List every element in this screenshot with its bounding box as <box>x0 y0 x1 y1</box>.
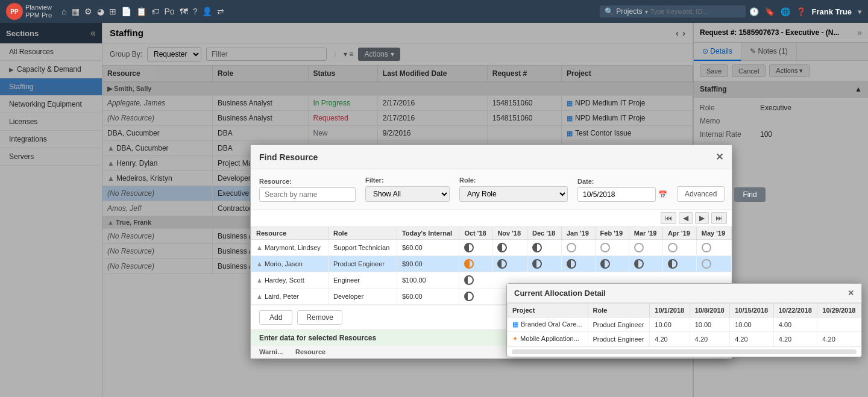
col-dec18[interactable]: Dec '18 <box>527 227 561 240</box>
alloc-detail-row[interactable]: ✦Mobile Application... Product Engineer … <box>508 332 861 346</box>
d4-cell: 4.20 <box>773 332 817 346</box>
home-icon[interactable]: ⌂ <box>61 7 66 16</box>
project-cell: ✦Mobile Application... <box>508 332 588 346</box>
d1-cell: 4.20 <box>650 332 690 346</box>
alloc-feb <box>595 240 629 256</box>
resource-name: ▲Hardey, Scott <box>251 272 329 289</box>
resource-internal: $60.00 <box>397 289 459 305</box>
col-d2[interactable]: 10/8/2018 <box>690 304 729 317</box>
col-d3[interactable]: 10/15/2018 <box>730 304 774 317</box>
alloc-detail-popup: Current Allocation Detail ✕ Project Role… <box>506 283 862 357</box>
resource-internal: $90.00 <box>397 256 459 272</box>
projects-label[interactable]: Projects <box>616 7 642 16</box>
table-icon[interactable]: ▦ <box>72 7 80 16</box>
nav-next-button[interactable]: ▶ <box>695 212 709 224</box>
search-input[interactable] <box>650 8 741 15</box>
resource-role: Developer <box>328 289 397 305</box>
dropdown-icon[interactable]: ▾ <box>645 8 648 15</box>
resource-row[interactable]: ▲Marymont, Lindsey Support Technician $6… <box>251 240 732 256</box>
user-dropdown-icon[interactable]: ▾ <box>858 7 862 16</box>
alloc-detail-row[interactable]: ▦Branded Oral Care... Product Engineer 1… <box>508 317 861 332</box>
resource-input[interactable] <box>259 187 356 202</box>
col-d4[interactable]: 10/22/2018 <box>773 304 817 317</box>
dialog-search-bar: Resource: Filter: Show All Available Una… <box>251 169 732 210</box>
nav-icons: ⌂ ▦ ⚙ ◕ ⊞ 📄 📋 🏷 Po 🗺 ? 👤 ⇄ <box>61 7 596 16</box>
col-nov18[interactable]: Nov '18 <box>492 227 527 240</box>
po-icon[interactable]: Po <box>165 7 175 16</box>
clock-icon[interactable]: 🕐 <box>749 7 759 16</box>
app-logo[interactable]: PP Planview PPM Pro <box>6 3 52 20</box>
doc2-icon[interactable]: 📋 <box>136 7 146 16</box>
resource-row-selected[interactable]: ▲Morio, Jason Product Engineer $90.00 <box>251 256 732 272</box>
resource-role: Product Engineer <box>328 256 397 272</box>
alloc-oct <box>459 240 492 256</box>
chart-icon[interactable]: ◕ <box>97 7 104 16</box>
find-button[interactable]: Find <box>734 187 765 202</box>
profile-icon[interactable]: 👤 <box>202 7 212 16</box>
col-resource[interactable]: Resource <box>251 227 329 240</box>
role-cell: Product Engineer <box>588 317 650 332</box>
alloc-nov <box>492 240 527 256</box>
nav-prev-button[interactable]: ◀ <box>679 212 693 224</box>
alloc-detail-footer <box>507 346 861 357</box>
resource-field: Resource: <box>259 178 356 202</box>
bookmark-icon[interactable]: 🔖 <box>765 7 775 16</box>
alloc-feb <box>595 256 629 272</box>
alloc-apr <box>663 240 697 256</box>
role-label: Role: <box>459 177 568 184</box>
col-d5[interactable]: 10/29/2018 <box>817 304 861 317</box>
advanced-button[interactable]: Advanced <box>677 186 725 202</box>
role-select[interactable]: Any Role <box>459 186 568 202</box>
filter-select[interactable]: Show All Available Unavailable <box>365 186 450 202</box>
alloc-detail-close-button[interactable]: ✕ <box>848 289 854 298</box>
col-role[interactable]: Role <box>328 227 397 240</box>
col-today-internal[interactable]: Today's Internal <box>397 227 459 240</box>
remove-button[interactable]: Remove <box>297 310 342 325</box>
help-icon[interactable]: ❓ <box>796 7 806 16</box>
nav-first-button[interactable]: ⏮ <box>661 212 676 224</box>
dialog-close-button[interactable]: ✕ <box>715 151 723 163</box>
col-role[interactable]: Role <box>588 304 650 317</box>
resource-name: ▲Laird, Peter <box>251 289 329 305</box>
question-icon[interactable]: ? <box>193 7 198 16</box>
col-may19[interactable]: May '19 <box>696 227 731 240</box>
logo-text: Planview PPM Pro <box>25 4 52 19</box>
filter-field: Filter: Show All Available Unavailable <box>365 177 450 202</box>
col-warn-header: Warni... <box>259 348 295 355</box>
alloc-detail-header: Current Allocation Detail ✕ <box>507 284 861 303</box>
search-icon: 🔍 <box>605 7 614 16</box>
date-label: Date: <box>577 178 667 185</box>
resource-name: ▲Marymont, Lindsey <box>251 240 329 256</box>
globe-icon[interactable]: 🌐 <box>781 7 790 16</box>
date-field: Date: 📅 <box>577 178 667 202</box>
shuffle-icon[interactable]: ⇄ <box>217 7 224 16</box>
col-d1[interactable]: 10/1/2018 <box>650 304 690 317</box>
filter-label: Filter: <box>365 177 450 184</box>
add-button[interactable]: Add <box>259 310 292 325</box>
resource-internal: $100.00 <box>397 272 459 289</box>
search-bar[interactable]: 🔍 Projects ▾ <box>600 5 745 17</box>
role-cell: Product Engineer <box>588 332 650 346</box>
alloc-dec <box>527 240 561 256</box>
alloc-mar <box>629 256 662 272</box>
user-name[interactable]: Frank True <box>812 7 852 16</box>
tag-icon[interactable]: 🏷 <box>151 7 160 16</box>
alloc-detail-table: Project Role 10/1/2018 10/8/2018 10/15/2… <box>507 303 861 346</box>
project-cell: ▦Branded Oral Care... <box>508 317 588 332</box>
alloc-detail-scrollbar[interactable] <box>512 349 857 354</box>
nav-last-button[interactable]: ⏭ <box>711 212 727 224</box>
date-input[interactable] <box>577 187 656 202</box>
col-mar19[interactable]: Mar '19 <box>629 227 662 240</box>
col-jan19[interactable]: Jan '19 <box>561 227 595 240</box>
col-feb19[interactable]: Feb '19 <box>595 227 629 240</box>
calendar-icon[interactable]: 📅 <box>658 190 667 199</box>
col-oct18[interactable]: Oct '18 <box>459 227 492 240</box>
grid-icon[interactable]: ⊞ <box>109 7 116 16</box>
resource-internal: $60.00 <box>397 240 459 256</box>
doc-icon[interactable]: 📄 <box>121 7 131 16</box>
col-project[interactable]: Project <box>508 304 588 317</box>
gear-icon[interactable]: ⚙ <box>84 7 92 16</box>
d1-cell: 10.00 <box>650 317 690 332</box>
col-apr19[interactable]: Apr '19 <box>663 227 697 240</box>
map-icon[interactable]: 🗺 <box>180 7 188 16</box>
